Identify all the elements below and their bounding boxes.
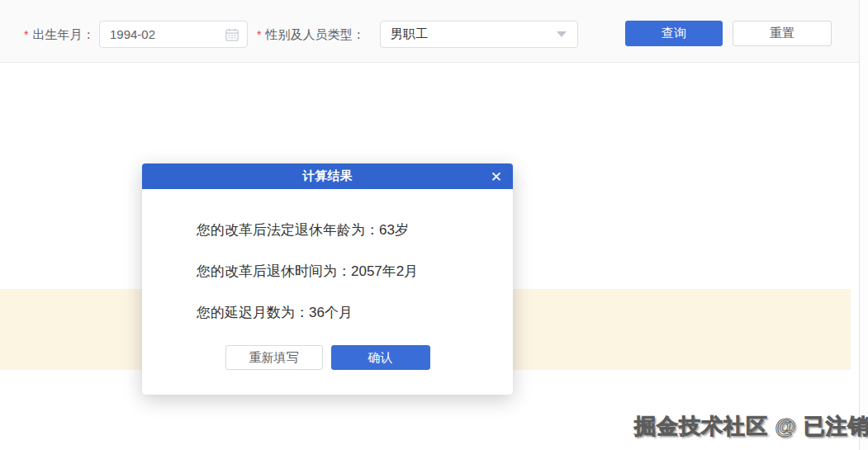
confirm-button[interactable]: 确认	[331, 345, 430, 370]
result-retirement-age: 您的改革后法定退休年龄为：63岁	[197, 223, 496, 237]
reset-button[interactable]: 重置	[733, 21, 832, 46]
birth-month-field[interactable]	[99, 21, 248, 48]
birth-month-label: *出生年月：	[24, 27, 94, 43]
required-asterisk: *	[24, 28, 28, 41]
watermark: 掘金技术社区 @ 已注销	[634, 412, 868, 441]
query-form-bar: *出生年月： *性别及人员类型： 男职工 查询 重置	[0, 0, 859, 63]
chevron-down-icon	[557, 31, 567, 37]
person-type-label-text: 性别及人员类型：	[265, 27, 364, 41]
required-asterisk: *	[257, 28, 261, 41]
result-retirement-time: 您的改革后退休时间为：2057年2月	[197, 264, 496, 278]
person-type-label: *性别及人员类型：	[257, 27, 364, 43]
result-modal: 计算结果 ✕ 您的改革后法定退休年龄为：63岁 您的改革后退休时间为：2057年…	[142, 163, 513, 395]
query-button[interactable]: 查询	[625, 21, 723, 46]
scrollbar-track[interactable]	[859, 0, 868, 450]
result-modal-title: 计算结果	[303, 168, 353, 184]
birth-month-label-text: 出生年月：	[32, 27, 94, 41]
result-modal-header: 计算结果 ✕	[142, 163, 513, 189]
close-icon[interactable]: ✕	[491, 169, 502, 183]
person-type-value: 男职工	[381, 26, 557, 42]
result-modal-body: 您的改革后法定退休年龄为：63岁 您的改革后退休时间为：2057年2月 您的延迟…	[142, 189, 513, 320]
calendar-icon[interactable]	[225, 27, 240, 42]
refill-button[interactable]: 重新填写	[225, 345, 323, 370]
person-type-select[interactable]: 男职工	[380, 21, 578, 48]
retirement-calculator-page: *出生年月： *性别及人员类型： 男职工 查询 重置	[0, 0, 868, 450]
result-delay-months: 您的延迟月数为：36个月	[197, 306, 496, 320]
result-modal-buttons: 重新填写 确认	[142, 345, 513, 370]
